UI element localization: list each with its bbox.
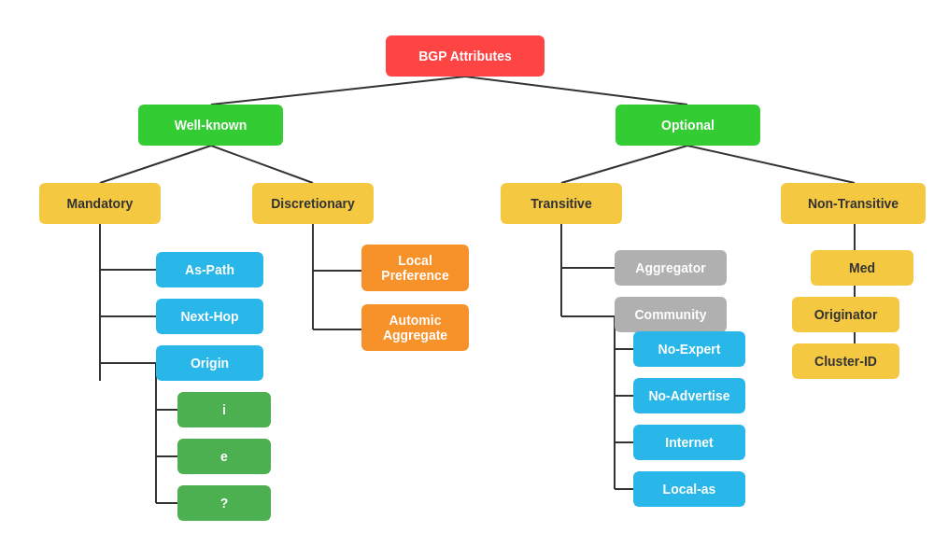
optional-node: Optional (616, 105, 760, 146)
aspath-node: As-Path (156, 252, 263, 287)
well-known-node: Well-known (138, 105, 283, 146)
originator-node: Originator (792, 297, 899, 332)
svg-line-0 (211, 77, 465, 105)
community-node: Community (615, 297, 727, 332)
svg-line-1 (465, 77, 687, 105)
discretionary-node: Discretionary (252, 183, 374, 224)
i-node: i (177, 392, 271, 427)
non-transitive-node: Non-Transitive (781, 183, 926, 224)
mandatory-node: Mandatory (39, 183, 161, 224)
clusterid-node: Cluster-ID (792, 343, 899, 379)
noadvertise-node: No-Advertise (633, 378, 745, 413)
localas-node: Local-as (633, 471, 745, 507)
automic-node: Automic Aggregate (361, 304, 469, 351)
svg-line-4 (561, 146, 687, 183)
e-node: e (177, 439, 271, 474)
svg-line-5 (687, 146, 855, 183)
transitive-node: Transitive (501, 183, 622, 224)
q-node: ? (177, 485, 271, 521)
internet-node: Internet (633, 425, 745, 460)
svg-line-3 (211, 146, 313, 183)
aggregator-node: Aggregator (615, 250, 727, 286)
origin-node: Origin (156, 345, 263, 381)
noexpert-node: No-Expert (633, 331, 745, 367)
localpref-node: Local Preference (361, 245, 469, 291)
svg-line-2 (100, 146, 211, 183)
med-node: Med (811, 250, 913, 286)
nexthop-node: Next-Hop (156, 299, 263, 334)
bgp-attributes-node: BGP Attributes (386, 35, 545, 77)
